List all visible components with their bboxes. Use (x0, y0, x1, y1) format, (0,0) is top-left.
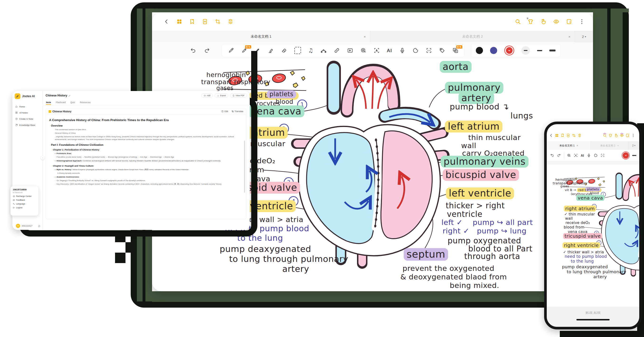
add-button[interactable]: Add (202, 93, 213, 98)
phone-canvas[interactable]: hernoglobin transpart respirotory gases … (547, 164, 639, 307)
redo-icon[interactable] (204, 47, 210, 53)
sticker-tool-icon[interactable] (594, 153, 598, 157)
theme-shirt-icon[interactable] (608, 133, 612, 137)
canvas-label-thicker-wall: ✓ thicker wall > atria (563, 250, 604, 254)
page-panel-icon[interactable] (626, 133, 630, 137)
color-swatch-red-selected[interactable] (623, 152, 629, 159)
tab-doc1-close-icon[interactable]: × (364, 35, 366, 39)
tab-doc1[interactable]: 未命名文档 1× (547, 141, 591, 150)
home-indicator[interactable] (576, 319, 610, 321)
tab-resources[interactable]: Resources (80, 101, 90, 105)
document-body[interactable]: A Comprehensive History of China: From P… (49, 116, 241, 218)
page-panel-icon[interactable] (566, 18, 572, 25)
back-icon[interactable] (164, 18, 170, 25)
more-dots-icon[interactable] (579, 18, 585, 25)
microphone-tool-icon[interactable] (399, 47, 406, 53)
translate-note-button[interactable]: Translate (232, 110, 243, 113)
sidebar-item-home[interactable]: Home (15, 105, 25, 108)
text-box-tool-icon[interactable] (374, 47, 380, 53)
ocr-tool-icon[interactable] (600, 153, 604, 157)
stroke-width-large[interactable] (549, 49, 556, 51)
avatar[interactable]: 9 (16, 224, 20, 228)
tab-doc2[interactable]: 未命名文档 2× (591, 141, 628, 150)
grid-icon[interactable] (176, 18, 182, 25)
highlighter-tool-icon[interactable] (268, 47, 274, 53)
scrollbar[interactable] (244, 141, 245, 193)
tab-note[interactable]: Note (46, 101, 51, 105)
search-icon[interactable] (603, 133, 607, 137)
page-count-dropdown[interactable]: 2▾ (628, 141, 639, 150)
sticker-tool-icon[interactable] (412, 47, 419, 53)
screenshot-crop-icon[interactable] (215, 18, 221, 25)
bezier-tool-icon[interactable] (320, 47, 327, 53)
menu-item-language[interactable]: Language (13, 203, 36, 205)
bookmark-icon[interactable] (189, 18, 195, 25)
microphone-tool-icon[interactable] (587, 153, 591, 157)
tab-quiz[interactable]: Quiz (70, 101, 75, 105)
more-dots-icon[interactable] (631, 133, 635, 137)
tag-pen-tool-icon[interactable] (439, 47, 445, 53)
view-pdf-button[interactable]: View PDF (230, 93, 247, 98)
phone-canvas-gap (547, 161, 639, 164)
tape-tool-icon[interactable] (567, 153, 571, 157)
pencil-tool-icon[interactable]: 限免 (241, 47, 248, 53)
tab-doc2[interactable]: 未命名文档 2 × (370, 31, 575, 42)
undo-icon[interactable] (190, 47, 196, 53)
edit-title-icon[interactable] (68, 94, 71, 97)
layers-icon[interactable] (578, 133, 582, 137)
link-tool-icon[interactable] (334, 47, 340, 53)
sidebar-item-all-notes[interactable]: All Notes (15, 111, 28, 114)
tape-tool-icon[interactable] (360, 47, 366, 53)
color-swatch-red-selected[interactable] (504, 45, 514, 55)
gesture-hand-icon[interactable] (540, 18, 546, 25)
tab-doc1[interactable]: 未命名文档 1 × (152, 31, 370, 42)
add-page-icon[interactable] (566, 133, 570, 137)
back-icon[interactable] (549, 133, 553, 137)
text-box-tool-icon[interactable] (574, 153, 578, 157)
color-swatch-black[interactable] (476, 47, 483, 54)
stroke-width[interactable] (632, 155, 636, 156)
menu-item-logout[interactable]: Logout (13, 206, 36, 209)
select-tool-icon[interactable] (294, 47, 301, 54)
color-swatch-indigo[interactable] (490, 47, 497, 54)
menu-item-recharge[interactable]: Recharge Center (13, 195, 36, 197)
export-button[interactable]: Export (215, 93, 228, 98)
translate-tool-icon[interactable]: 限免 (452, 47, 458, 53)
edit-note-button[interactable]: Edit (221, 110, 228, 113)
sidebar-item-create-ai-note[interactable]: Create AI Note (15, 118, 33, 120)
tab-close-icon[interactable]: × (576, 144, 578, 147)
canvas-label-tricuspid-valve: tricuspid valve (563, 233, 602, 239)
stroke-width-small[interactable] (521, 46, 530, 55)
undo-icon[interactable] (550, 153, 554, 157)
music-tool-icon[interactable]: ♫ (308, 47, 313, 54)
canvas-label-through-aorta: through aorta (464, 252, 520, 261)
canvas-label-vena-cava: vena cava (576, 195, 604, 201)
media-tool-icon[interactable] (347, 47, 353, 53)
tab-close-icon[interactable]: × (617, 144, 618, 147)
ocr-tool-icon[interactable] (426, 47, 432, 53)
gesture-hand-icon[interactable] (614, 133, 618, 137)
eye-icon[interactable] (553, 18, 559, 25)
canvas-label-septum: septum (404, 248, 448, 260)
canvas-label-lungs: lungs (510, 111, 533, 120)
redo-icon[interactable] (557, 153, 561, 157)
eraser-tool-icon[interactable] (281, 47, 287, 53)
add-page-icon[interactable] (202, 18, 208, 25)
pen-tool-icon[interactable] (228, 47, 234, 53)
layers-icon[interactable] (228, 18, 234, 25)
ai-tool-icon[interactable]: AI (581, 154, 584, 157)
search-icon[interactable] (515, 18, 521, 25)
screenshot-crop-icon[interactable] (572, 133, 576, 137)
settings-gear-icon[interactable]: ◎ (38, 224, 40, 228)
stroke-width-medium[interactable] (537, 50, 542, 51)
theme-shirt-icon[interactable] (528, 18, 534, 25)
sidebar-item-knowledge-base[interactable]: Knowledge Base (15, 124, 35, 126)
menu-item-feedback[interactable]: Feedback (13, 199, 36, 201)
eye-icon[interactable] (620, 133, 624, 137)
tab-flashcard[interactable]: Flashcard (56, 101, 66, 105)
grid-icon[interactable] (555, 133, 559, 137)
ai-tool-icon[interactable]: AI (387, 48, 392, 53)
bookmark-icon[interactable] (560, 133, 564, 137)
tab-doc2-close-icon[interactable]: × (568, 35, 570, 39)
page-count-dropdown[interactable]: 2▾ (575, 31, 593, 42)
